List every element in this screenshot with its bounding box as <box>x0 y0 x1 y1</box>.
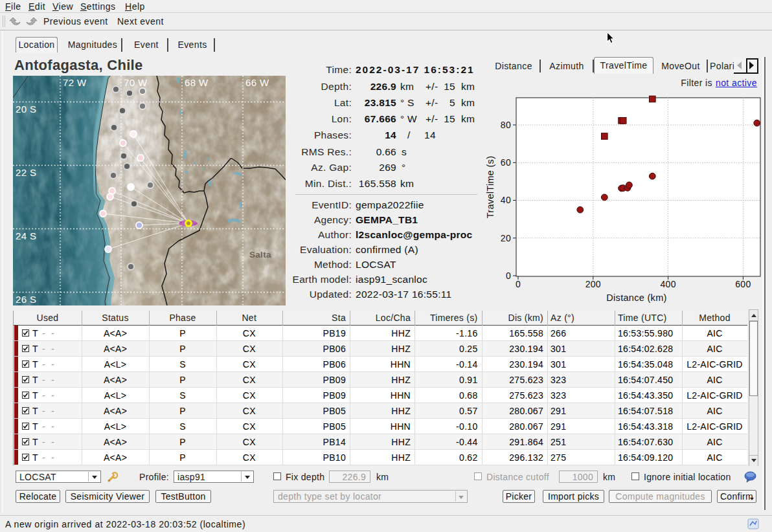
svg-text:0: 0 <box>506 271 511 281</box>
svg-text:20 S: 20 S <box>16 104 36 115</box>
svg-text:400: 400 <box>660 279 676 289</box>
svg-text:70 W: 70 W <box>124 77 148 88</box>
svg-text:Distance (km): Distance (km) <box>606 293 666 303</box>
svg-text:0: 0 <box>516 279 521 289</box>
svg-text:80: 80 <box>501 120 511 130</box>
svg-text:72 W: 72 W <box>63 77 87 88</box>
svg-text:200: 200 <box>585 279 601 289</box>
svg-text:22 S: 22 S <box>16 167 36 178</box>
svg-text:600: 600 <box>735 279 751 289</box>
svg-text:20: 20 <box>501 233 511 243</box>
svg-text:40: 40 <box>501 195 511 205</box>
svg-text:TravelTime (s): TravelTime (s) <box>485 156 495 219</box>
svg-text:26 S: 26 S <box>16 294 36 305</box>
svg-text:60: 60 <box>501 157 511 168</box>
svg-text:24 S: 24 S <box>16 230 36 241</box>
